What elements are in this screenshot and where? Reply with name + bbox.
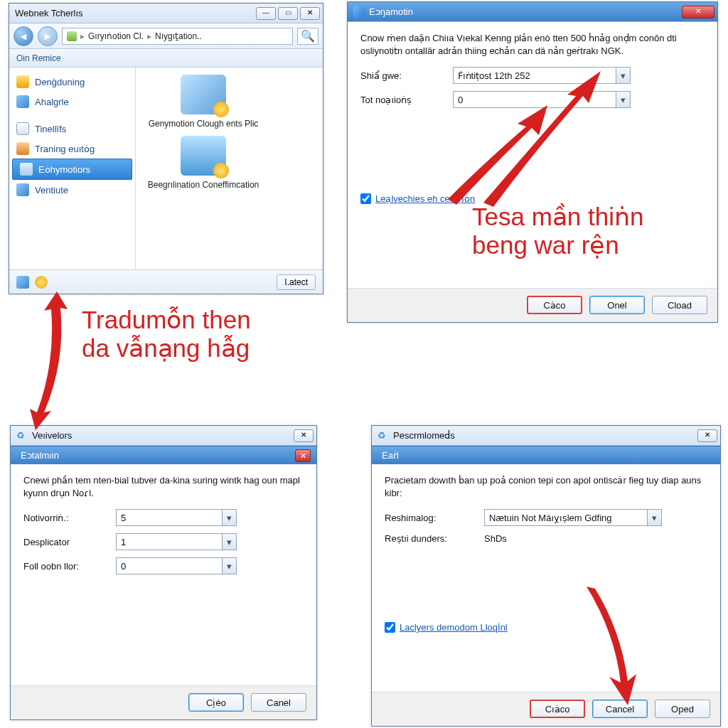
button-row: Cȧco Onel Cload xyxy=(348,288,717,321)
button-row: Cıȧco Cancel Oped xyxy=(372,692,720,725)
oped-button[interactable]: Oped xyxy=(655,700,710,718)
foll-combo[interactable]: 0▾ xyxy=(116,557,237,574)
sidebar-item[interactable]: Traning euıtȯg xyxy=(9,139,135,159)
sidebar-item[interactable]: Ventiute xyxy=(9,180,135,200)
dialog-titlebar[interactable]: Eɔŋamotin ✕ xyxy=(348,2,717,22)
chevron-down-icon[interactable]: ▾ xyxy=(222,558,236,574)
file-label: Genymotion Clough ents Plic xyxy=(143,119,264,129)
onel-button[interactable]: Onel xyxy=(589,296,645,314)
dialog-description: Pracietam dowıth ḃan up poả conion tepi … xyxy=(385,474,707,499)
combo-value: 1 xyxy=(121,537,126,547)
annotation-text-1: Tradumỗn then da vẫnạng hẫg xyxy=(82,306,251,363)
close-button[interactable]: ✕ xyxy=(682,6,714,18)
tot-combo[interactable]: 0 ▾ xyxy=(453,91,631,108)
crumb-1[interactable]: Gıryıṅotion Cl. xyxy=(88,31,144,41)
shield-badge-icon xyxy=(213,163,229,178)
combo-value: 0 xyxy=(458,95,463,105)
shield-badge-icon xyxy=(213,102,229,117)
caco-button[interactable]: Cȧco xyxy=(527,296,582,314)
search-button[interactable]: 🔍 xyxy=(297,28,318,45)
sidebar-item-selected[interactable]: Eȯhymotiors xyxy=(12,159,132,180)
cieo-button[interactable]: Cịėo xyxy=(188,693,244,712)
organize-bar[interactable]: Oin Remice xyxy=(9,49,323,68)
desplicator-combo[interactable]: 1▾ xyxy=(116,533,237,550)
chevron-down-icon[interactable]: ▾ xyxy=(616,92,630,107)
inner-panel-header[interactable]: Eaṙl xyxy=(372,446,720,464)
checkbox-link[interactable]: Leạlvechies eh cenṃȯn xyxy=(375,193,475,204)
app-icon xyxy=(181,136,226,176)
checkbox[interactable] xyxy=(385,622,395,633)
dialog-titlebar[interactable]: ♻ Veıivelors ✕ xyxy=(11,426,316,446)
inner-panel-header[interactable]: Eɔtalmıin ✕ xyxy=(11,446,316,464)
dialog-icon xyxy=(353,6,365,18)
checkbox-link[interactable]: Laclyers demodom Lloqİnl xyxy=(400,622,508,633)
cload-button[interactable]: Cload xyxy=(652,296,707,314)
dialog-pescrmlomeds: ♻ Pescrmlomeḋs ✕ Eaṙl Pracietam dowıth ḃ… xyxy=(371,425,721,727)
field-label: Tot noạıioṅṣ xyxy=(360,95,446,105)
shia-gwe-combo[interactable]: Ḟıṅtiṭost 12th 252 ▾ xyxy=(453,67,631,84)
folder-icon xyxy=(67,31,77,41)
ciaco-button[interactable]: Cıȧco xyxy=(530,700,585,718)
forward-button[interactable]: ► xyxy=(38,26,58,46)
globe-icon xyxy=(16,95,29,108)
explorer-window: Webnek Tcherlıs — ▭ ✕ ◄ ► ▸ Gıryıṅotion … xyxy=(9,3,323,294)
chevron-down-icon[interactable]: ▾ xyxy=(647,510,661,525)
star-icon xyxy=(35,276,48,289)
field-label: Desplicator xyxy=(23,537,109,547)
cancel-button[interactable]: Cancel xyxy=(592,700,648,718)
chevron-down-icon[interactable]: ▾ xyxy=(222,510,236,525)
combo-value: 0 xyxy=(121,561,126,572)
combo-value: Ḟıṅtiṭost 12th 252 xyxy=(458,70,530,81)
checkbox[interactable] xyxy=(360,193,371,204)
file-item[interactable]: Beegrılination Coneffimcation xyxy=(143,136,264,190)
close-button[interactable]: ✕ xyxy=(300,7,320,20)
minimize-button[interactable]: — xyxy=(256,7,276,20)
explorer-sidebar: Denģduning Ahalgrle Tinellïfs Traning eu… xyxy=(9,68,136,269)
field-label: Foll oobn llor: xyxy=(23,561,109,572)
app-icon xyxy=(181,75,226,114)
crumb-2[interactable]: Nıygıṯation.. xyxy=(155,31,202,41)
latest-button[interactable]: I.atect xyxy=(277,274,316,290)
dialog-description: Cnewi phần tem nten-bial tubver da-kina … xyxy=(23,474,304,499)
maximize-button[interactable]: ▭ xyxy=(278,7,298,20)
static-value: ShDs xyxy=(484,533,507,544)
close-panel-button[interactable]: ✕ xyxy=(295,449,311,462)
reshimalog-combo[interactable]: Nætuin Not Máıỵıṣlem Gdfing▾ xyxy=(484,509,662,526)
dialog-titlebar[interactable]: ♻ Pescrmlomeḋs ✕ xyxy=(372,426,720,446)
status-icon xyxy=(16,276,29,289)
close-button[interactable]: ✕ xyxy=(294,429,314,442)
checkbox-row[interactable]: Leạlvechies eh cenṃȯn xyxy=(360,193,705,204)
back-button[interactable]: ◄ xyxy=(14,26,33,46)
breadcrumb[interactable]: ▸ Gıryıṅotion Cl. ▸ Nıygıṯation.. xyxy=(62,28,293,45)
field-label: Reshimalog: xyxy=(385,513,477,523)
monitor-icon xyxy=(20,163,33,176)
chevron-down-icon[interactable]: ▾ xyxy=(222,534,236,550)
dialog-verivelors: ♻ Veıivelors ✕ Eɔtalmıin ✕ Cnewi phần te… xyxy=(10,425,317,720)
file-pane[interactable]: Genymotion Clough ents Plic Beegrılinati… xyxy=(136,68,323,269)
recycle-icon: ♻ xyxy=(378,430,389,441)
dialog-title: Pescrmlomeḋs xyxy=(393,430,455,441)
field-label: Shiẩ gwe: xyxy=(360,70,446,81)
close-button[interactable]: ✕ xyxy=(697,429,717,442)
notivorrin-combo[interactable]: 5▾ xyxy=(116,509,237,526)
nav-toolbar: ◄ ► ▸ Gıryıṅotion Cl. ▸ Nıygıṯation.. 🔍 xyxy=(9,23,323,49)
canel-button[interactable]: Canel xyxy=(251,693,306,712)
explorer-titlebar[interactable]: Webnek Tcherlıs — ▭ ✕ xyxy=(9,4,323,23)
doc-icon xyxy=(16,122,29,135)
chevron-down-icon[interactable]: ▾ xyxy=(616,68,630,83)
window-title: Webnek Tcherlıs xyxy=(15,8,83,18)
dialog-title: Veıivelors xyxy=(32,430,72,441)
dialog-enamotion: Eɔŋamotin ✕ Cnow ṁen daận Chiıa Vıekal K… xyxy=(347,1,718,323)
inner-title: Eɔtalmıin xyxy=(21,450,59,461)
file-item[interactable]: Genymotion Clough ents Plic xyxy=(143,75,264,129)
status-bar: I.atect xyxy=(9,269,323,294)
arrow-icon xyxy=(14,284,92,434)
checkbox-row[interactable]: Laclyers demodom Lloqİnl xyxy=(385,622,707,633)
sidebar-item[interactable]: Denģduning xyxy=(9,72,135,92)
computer-icon xyxy=(16,183,29,196)
field-label: Notivorriṅ.: xyxy=(23,513,109,523)
inner-title: Eaṙl xyxy=(382,450,399,461)
sidebar-item[interactable]: Tinellïfs xyxy=(9,119,135,139)
button-row: Cịėo Canel xyxy=(11,685,316,719)
sidebar-item[interactable]: Ahalgrle xyxy=(9,92,135,112)
